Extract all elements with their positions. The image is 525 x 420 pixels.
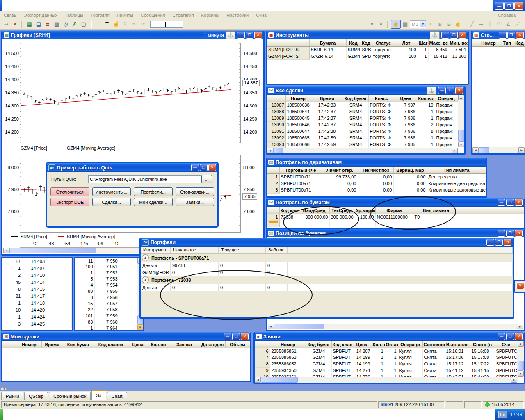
table-cell[interactable] xyxy=(355,221,375,227)
table-cell[interactable] xyxy=(65,258,71,265)
column-header[interactable]: Вариац. мар xyxy=(393,167,427,174)
table-cell[interactable] xyxy=(119,264,137,270)
toolbar-input[interactable] xyxy=(150,21,183,28)
table-cell[interactable]: 1 xyxy=(2,265,22,272)
chart-window-button[interactable]: ▤ xyxy=(34,20,43,28)
table-cell[interactable]: 1 xyxy=(418,47,428,53)
table-cell[interactable] xyxy=(119,258,137,264)
tab-рынки[interactable]: Рынки xyxy=(1,392,23,400)
column-header[interactable]: Код кли xyxy=(279,207,299,214)
table-cell[interactable] xyxy=(279,221,299,227)
table-cell[interactable]: 17:42:59 xyxy=(311,142,343,148)
table-row[interactable]: 214 410 xyxy=(2,272,72,279)
column-header[interactable] xyxy=(2,341,17,348)
column-header[interactable]: Код xyxy=(514,39,525,47)
quik-path-input[interactable]: C:\Program Files\QUIK-Junior\info.exe xyxy=(88,175,201,183)
column-header[interactable]: Кол-во xyxy=(148,341,169,348)
column-header[interactable]: Код бумаг xyxy=(343,95,368,102)
инструменты--button[interactable]: Инструменты... xyxy=(92,187,131,196)
column-header[interactable] xyxy=(255,341,270,348)
table-cell[interactable]: 13 260 xyxy=(449,53,468,60)
table-cell[interactable]: SPBFUT00a71 xyxy=(279,180,322,187)
menu-стратегия[interactable]: Стратегия xyxy=(169,13,197,18)
table-row[interactable]: 72355885863GZM4SPBFUT14 19911КупляСнята1… xyxy=(255,354,517,361)
table-cell[interactable] xyxy=(46,272,65,279)
table-cell[interactable]: 100 xyxy=(75,264,94,270)
table-cell[interactable]: 1 xyxy=(385,348,398,354)
close-button[interactable]: ✕ xyxy=(455,87,463,94)
column-header[interactable] xyxy=(267,39,309,47)
column-header[interactable]: Номер xyxy=(17,341,41,348)
tab-chart[interactable]: Chart xyxy=(107,392,127,400)
text-tool-button[interactable]: T xyxy=(103,20,112,28)
tab-срочный-рынок[interactable]: Срочный рынок xyxy=(49,392,91,400)
table-cell[interactable]: 1 xyxy=(385,354,398,361)
table-cell[interactable]: SRM4 xyxy=(343,115,368,122)
symbol-dropdown[interactable]: ▾ xyxy=(368,20,377,28)
table-row[interactable]: 1SPBFUT00a7199 733,000,000,00Ден.средств… xyxy=(267,174,486,180)
anchor-button[interactable]: ⚓ xyxy=(430,31,440,39)
table-row[interactable]: 2SPBFUT00a710,000,000,00Клиринговые ден.… xyxy=(267,180,486,187)
close-button[interactable]: ✕ xyxy=(459,32,466,39)
table-row[interactable]: 1007 951 xyxy=(75,264,137,270)
table-cell[interactable]: 7 953 xyxy=(94,276,119,282)
table-cell[interactable]: 13091 xyxy=(267,128,285,135)
column-header[interactable]: Ур.маржи xyxy=(355,207,375,214)
table-cell[interactable]: Снята xyxy=(422,368,445,374)
table-cell[interactable]: Купля xyxy=(398,361,422,368)
table-row[interactable]: 62355885861GZM4SPBFUT14 20711КупляСнята1… xyxy=(255,348,517,354)
table-cell[interactable] xyxy=(46,279,65,286)
table-cell[interactable]: SBRF-6.14 xyxy=(309,47,346,53)
table-cell[interactable]: 8 xyxy=(255,361,270,368)
table-cell[interactable]: FORTS: Ф xyxy=(368,142,395,148)
maximize-button[interactable]: ❐ xyxy=(504,2,514,10)
column-header[interactable]: Остат xyxy=(385,341,398,348)
table-cell[interactable]: 1 xyxy=(267,214,279,221)
table-cell[interactable]: торгуетс xyxy=(372,53,395,60)
new-chart-button[interactable]: ▦ xyxy=(25,20,34,28)
table-cell[interactable]: 100,00 xyxy=(355,214,375,221)
close-button[interactable]: ✕ xyxy=(254,32,262,39)
table-row[interactable]: 17 964 xyxy=(75,325,137,330)
table-row[interactable]: 1308710850063817:42:33SRM4FORTS: Ф7 9371… xyxy=(267,102,458,109)
table-cell[interactable]: 108500638 xyxy=(285,102,311,109)
horizontal-scrollbar[interactable]: ◄ ► xyxy=(255,377,517,383)
minimize-button[interactable]: — xyxy=(237,32,245,39)
disconnect-button[interactable]: ✕ xyxy=(11,20,20,28)
maximize-button[interactable]: ❐ xyxy=(450,32,458,39)
table-cell[interactable]: 3 xyxy=(267,187,279,194)
table-cell[interactable]: 7 960 xyxy=(94,319,119,325)
table-cell[interactable]: 3 xyxy=(2,321,22,328)
table-cell[interactable]: FORTS: Ф xyxy=(368,102,395,109)
table-cell[interactable]: 2355931350 xyxy=(270,368,306,374)
minimize-button[interactable]: — xyxy=(498,230,505,237)
table-cell[interactable] xyxy=(459,221,524,227)
table-cell[interactable]: 1 xyxy=(385,368,398,374)
table-cell[interactable]: 7 955 xyxy=(94,288,119,294)
column-header[interactable]: Бумага xyxy=(309,39,346,47)
column-header[interactable]: Заявка xyxy=(169,341,200,348)
column-header[interactable]: Кол-в xyxy=(372,341,385,348)
minimize-button[interactable]: — xyxy=(495,2,504,10)
table-row[interactable]: 3SPBFUT00a710,000,000,00Клиринговые зало… xyxy=(267,187,486,194)
table-cell[interactable]: 7 951 xyxy=(94,264,119,270)
table-cell[interactable]: 10 xyxy=(2,307,22,314)
table-cell[interactable]: 0,00 xyxy=(393,180,427,187)
browse-button[interactable]: ... xyxy=(201,175,212,183)
column-header[interactable]: Цена xyxy=(395,95,417,102)
mdi-scroll-left[interactable]: ◄ xyxy=(1,387,7,390)
table-cell[interactable] xyxy=(375,221,413,227)
column-header[interactable]: Цена xyxy=(128,341,148,348)
table-cell[interactable]: 45 xyxy=(2,279,22,286)
table-cell[interactable]: 0,00 xyxy=(358,180,393,187)
menu-связь[interactable]: Связь xyxy=(0,13,20,18)
table-cell[interactable]: 1 xyxy=(417,142,435,148)
column-header[interactable]: Номер xyxy=(285,95,311,102)
info-button[interactable]: ! xyxy=(94,20,103,28)
table-cell[interactable]: 17 xyxy=(2,258,22,265)
close-button[interactable]: ✕ xyxy=(241,333,249,340)
table-cell[interactable] xyxy=(413,221,459,227)
table-cell[interactable]: 2 xyxy=(417,122,435,128)
table-cell[interactable]: 17:42:37 xyxy=(311,109,343,115)
menu-окна[interactable]: Окна xyxy=(252,13,270,18)
